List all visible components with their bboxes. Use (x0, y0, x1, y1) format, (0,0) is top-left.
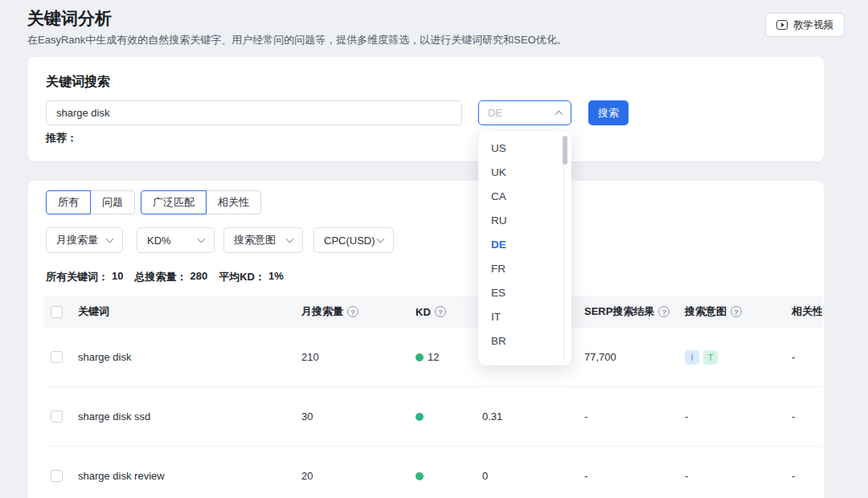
intent-badge-informational: I (685, 350, 699, 365)
row-checkbox[interactable] (51, 470, 63, 482)
region-option-us[interactable]: US (478, 136, 571, 160)
table-header-row: 关键词 月搜索量 KD SERP搜索结果 搜索意图 相关性 (44, 296, 822, 328)
region-option-it[interactable]: IT (478, 304, 571, 329)
header-keyword: 关键词 (78, 304, 301, 319)
serp-cell: - (584, 410, 685, 422)
kd-filter-select[interactable]: KD% (137, 227, 215, 253)
page-subtitle: 在EasyRank中生成有效的自然搜索关键字、用户经常问的问题等，提供多维度筛选… (27, 33, 567, 47)
region-dropdown-panel: US UK CA RU DE FR ES IT BR (478, 131, 571, 365)
intent-cell: I T (685, 350, 792, 365)
relevance-cell: - (792, 410, 822, 422)
table-row: sharge disk review 20 0 - - - (44, 447, 822, 498)
kd-dot-icon (416, 472, 424, 480)
kd-cell (416, 472, 482, 480)
keyword-cell[interactable]: sharge disk review (78, 470, 301, 482)
type-filter-group: 所有 问题 (46, 190, 135, 214)
kd-cell (416, 413, 482, 421)
row-checkbox[interactable] (51, 410, 63, 422)
volume-filter-label: 月搜索量 (56, 233, 98, 247)
cpc-cell: 0 (482, 470, 584, 482)
volume-cell: 210 (301, 351, 416, 363)
region-option-fr[interactable]: FR (478, 256, 571, 280)
page-title: 关键词分析 (27, 7, 112, 30)
avg-kd-label: 平均KD： (219, 270, 265, 284)
kd-filter-label: KD% (147, 235, 171, 247)
header-kd: KD (416, 306, 431, 318)
relevance-cell: - (792, 351, 822, 363)
kd-dot-icon (416, 413, 424, 421)
filter-broad-match-button[interactable]: 广泛匹配 (141, 190, 207, 214)
keyword-cell[interactable]: sharge disk ssd (78, 410, 301, 422)
header-serp: SERP搜索结果 (584, 304, 654, 319)
cpc-cell: 0.31 (482, 410, 584, 422)
filter-all-button[interactable]: 所有 (46, 190, 91, 214)
keyword-search-input[interactable] (46, 100, 462, 125)
header-volume: 月搜索量 (301, 304, 343, 319)
total-volume-value: 280 (190, 270, 207, 284)
dropdown-scrollbar-track (563, 136, 564, 361)
suggestions-label: 推荐： (46, 131, 77, 145)
region-option-br[interactable]: BR (478, 329, 571, 353)
filter-relevance-button[interactable]: 相关性 (206, 190, 261, 214)
video-play-icon (776, 20, 788, 30)
volume-cell: 20 (301, 470, 416, 482)
cpc-filter-label: CPC(USD) (324, 235, 375, 247)
intent-help-icon[interactable] (731, 306, 742, 317)
cpc-filter-select[interactable]: CPC(USD) (313, 227, 394, 253)
table-row: sharge disk 210 12 77,700 I T - (44, 328, 822, 387)
tutorial-video-label: 教学视频 (793, 18, 833, 32)
region-select[interactable]: DE (478, 100, 571, 125)
header-intent: 搜索意图 (685, 304, 727, 319)
serp-help-icon[interactable] (658, 306, 669, 317)
region-option-uk[interactable]: UK (478, 160, 571, 184)
total-volume-label: 总搜索量： (134, 270, 186, 284)
region-option-ru[interactable]: RU (478, 208, 571, 232)
intent-cell: - (685, 470, 792, 482)
region-option-de[interactable]: DE (478, 232, 571, 256)
search-button[interactable]: 搜索 (588, 100, 628, 125)
volume-filter-select[interactable]: 月搜索量 (46, 227, 123, 253)
kd-cell: 12 (416, 351, 482, 363)
table-row: sharge disk ssd 30 0.31 - - - (44, 387, 822, 447)
chevron-down-icon (198, 235, 206, 243)
kd-help-icon[interactable] (435, 306, 446, 317)
all-keywords-value: 10 (112, 270, 123, 284)
region-select-value: DE (488, 107, 502, 119)
intent-filter-label: 搜索意图 (234, 233, 276, 247)
chevron-down-icon (286, 235, 294, 243)
all-keywords-label: 所有关键词： (46, 270, 108, 284)
select-all-checkbox[interactable] (51, 306, 63, 318)
chevron-up-icon (555, 111, 563, 119)
region-option-es[interactable]: ES (478, 280, 571, 304)
tutorial-video-button[interactable]: 教学视频 (765, 13, 845, 37)
serp-cell: - (584, 470, 685, 482)
intent-badge-transactional: T (703, 350, 718, 365)
keyword-cell[interactable]: sharge disk (78, 351, 301, 363)
match-filter-group: 广泛匹配 相关性 (141, 190, 261, 214)
dropdown-scrollbar-thumb[interactable] (563, 136, 567, 165)
chevron-down-icon (377, 235, 385, 243)
search-card-title: 关键词搜索 (46, 74, 110, 91)
header-relevance: 相关性 (792, 304, 822, 319)
keywords-table: 关键词 月搜索量 KD SERP搜索结果 搜索意图 相关性 sharge dis… (44, 296, 822, 498)
chevron-down-icon (106, 235, 114, 243)
intent-cell: - (685, 410, 792, 422)
avg-kd-value: 1% (268, 270, 284, 284)
relevance-cell: - (792, 470, 822, 482)
volume-cell: 30 (301, 410, 416, 422)
volume-help-icon[interactable] (347, 306, 358, 317)
row-checkbox[interactable] (51, 351, 63, 363)
region-option-ca[interactable]: CA (478, 184, 571, 208)
filter-questions-button[interactable]: 问题 (90, 190, 135, 214)
intent-filter-select[interactable]: 搜索意图 (223, 227, 303, 253)
summary-stats: 所有关键词：10 总搜索量：280 平均KD：1% (46, 270, 284, 284)
serp-cell: 77,700 (584, 351, 685, 363)
kd-dot-icon (416, 353, 424, 361)
